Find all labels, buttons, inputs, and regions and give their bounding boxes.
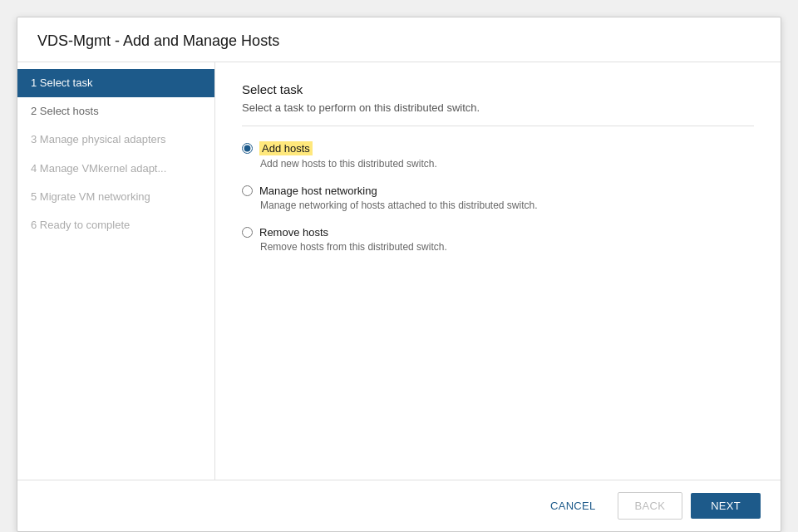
add-manage-hosts-dialog: VDS-Mgmt - Add and Manage Hosts 1 Select… — [17, 17, 781, 532]
option-description-remove-hosts: Remove hosts from this distributed switc… — [260, 241, 754, 253]
option-label-remove-hosts[interactable]: Remove hosts — [242, 226, 754, 239]
option-label-text-manage-host-networking: Manage host networking — [259, 185, 377, 197]
dialog-footer: CANCEL BACK NEXT — [17, 480, 781, 531]
option-item: Remove hostsRemove hosts from this distr… — [242, 226, 754, 253]
option-item: Add hostsAdd new hosts to this distribut… — [242, 141, 754, 170]
dialog-body: 1 Select task2 Select hosts3 Manage phys… — [17, 62, 781, 480]
sidebar-item: 3 Manage physical adapters — [17, 126, 214, 154]
radio-add-hosts[interactable] — [242, 143, 253, 154]
option-description-manage-host-networking: Manage networking of hosts attached to t… — [260, 200, 754, 211]
sidebar: 1 Select task2 Select hosts3 Manage phys… — [17, 62, 215, 480]
option-item: Manage host networkingManage networking … — [242, 185, 754, 211]
sidebar-item: 5 Migrate VM networking — [17, 183, 214, 211]
sidebar-item: 4 Manage VMkernel adapt... — [17, 155, 214, 183]
main-content: Select task Select a task to perform on … — [215, 62, 781, 480]
sidebar-item[interactable]: 1 Select task — [17, 69, 214, 97]
sidebar-item: 6 Ready to complete — [17, 211, 214, 239]
radio-manage-host-networking[interactable] — [242, 185, 253, 196]
option-label-add-hosts[interactable]: Add hosts — [242, 141, 754, 155]
section-subtitle: Select a task to perform on this distrib… — [242, 101, 754, 126]
option-label-manage-host-networking[interactable]: Manage host networking — [242, 185, 754, 197]
task-options: Add hostsAdd new hosts to this distribut… — [242, 141, 754, 253]
back-button[interactable]: BACK — [618, 492, 683, 520]
next-button[interactable]: NEXT — [691, 493, 761, 519]
radio-remove-hosts[interactable] — [242, 227, 253, 238]
option-label-text-remove-hosts: Remove hosts — [259, 226, 328, 239]
option-description-add-hosts: Add new hosts to this distributed switch… — [260, 158, 754, 170]
section-title: Select task — [242, 82, 754, 96]
sidebar-item[interactable]: 2 Select hosts — [17, 97, 214, 126]
option-label-text-add-hosts: Add hosts — [259, 141, 313, 155]
cancel-button[interactable]: CANCEL — [537, 493, 609, 519]
dialog-title: VDS-Mgmt - Add and Manage Hosts — [17, 17, 781, 62]
